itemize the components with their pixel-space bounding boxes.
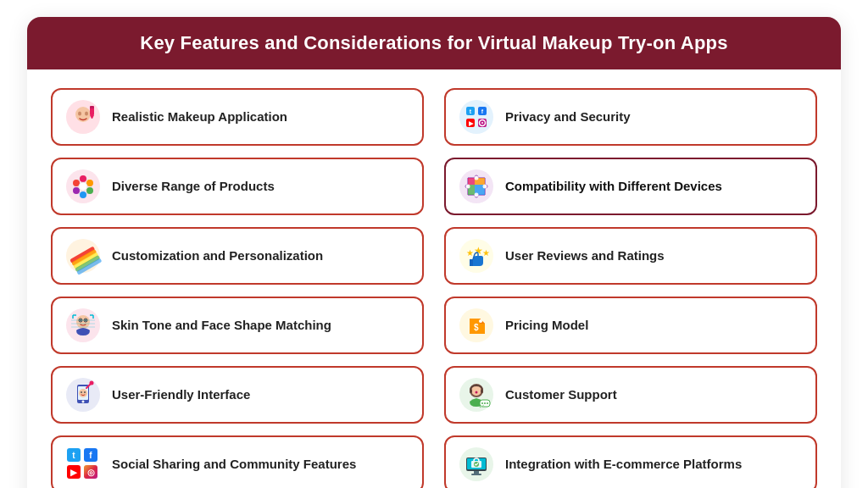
feature-realistic-makeup-label: Realistic Makeup Application [112, 108, 287, 125]
ecommerce-icon [458, 446, 495, 483]
phone-makeup-icon [64, 376, 102, 413]
svg-point-60 [90, 381, 94, 385]
feature-support-label: Customer Support [505, 386, 617, 403]
svg-point-25 [79, 182, 87, 191]
feature-diverse-range: Diverse Range of Products [51, 158, 424, 215]
twitter-icon: t [67, 448, 81, 462]
svg-point-62 [81, 391, 82, 393]
svg-point-44 [76, 315, 90, 329]
svg-point-7 [459, 100, 493, 134]
svg-point-58 [82, 401, 85, 403]
features-grid: Realistic Makeup Application t f ▶ [27, 69, 841, 488]
feature-pricing-label: Pricing Model [505, 317, 588, 334]
feature-ecommerce: Integration with E-commerce Platforms [444, 435, 817, 488]
svg-point-27 [475, 176, 479, 180]
page-wrapper: Key Features and Considerations for Virt… [17, 17, 851, 488]
svg-point-2 [78, 112, 81, 116]
makeup-icon [64, 98, 102, 136]
instagram-icon: ◎ [84, 465, 97, 479]
feature-diverse-label: Diverse Range of Products [112, 178, 275, 195]
svg-point-63 [84, 391, 86, 393]
feature-customization-label: Customization and Personalization [112, 247, 323, 264]
svg-point-24 [73, 180, 80, 186]
feature-social-sharing: t f ▶ ◎ Social Sharing and Community Fea… [51, 435, 424, 488]
feature-compatibility: Compatibility with Different Devices [444, 158, 817, 215]
svg-point-22 [80, 191, 86, 198]
svg-rect-5 [90, 106, 94, 108]
diverse-icon [64, 168, 102, 205]
svg-point-69 [476, 391, 478, 394]
svg-text:$: $ [474, 323, 479, 332]
svg-rect-67 [470, 389, 472, 393]
stars-icon: ★ ★ ★ [458, 237, 495, 274]
card-header: Key Features and Considerations for Virt… [27, 17, 841, 69]
svg-point-72 [484, 402, 486, 404]
feature-social-label: Social Sharing and Community Features [112, 456, 356, 473]
feature-support: Customer Support [444, 366, 817, 424]
feature-compatibility-label: Compatibility with Different Devices [505, 178, 722, 195]
svg-point-21 [86, 187, 93, 194]
feature-pricing: $ Pricing Model [444, 297, 817, 354]
facebook-icon: f [84, 448, 97, 462]
feature-user-friendly: User-Friendly Interface [51, 366, 424, 424]
svg-point-53 [479, 319, 482, 323]
feature-privacy-label: Privacy and Security [505, 108, 631, 125]
privacy-icon: t f ▶ [458, 98, 495, 136]
svg-point-20 [86, 180, 93, 186]
support-icon [458, 376, 495, 413]
svg-text:★: ★ [482, 248, 490, 258]
feature-reviews: ★ ★ ★ User Reviews and Ratings [444, 227, 817, 285]
svg-point-29 [475, 193, 479, 197]
svg-point-23 [73, 187, 80, 194]
feature-skin-tone-label: Skin Tone and Face Shape Matching [112, 317, 331, 334]
svg-point-16 [481, 122, 483, 124]
feature-reviews-label: User Reviews and Ratings [505, 247, 665, 264]
svg-point-30 [466, 185, 470, 189]
svg-text:★: ★ [466, 248, 474, 258]
feature-customization: Customization and Personalization [51, 227, 424, 285]
feature-ecommerce-label: Integration with E-commerce Platforms [505, 456, 742, 473]
svg-point-71 [481, 402, 483, 404]
feature-realistic-makeup: Realistic Makeup Application [51, 88, 424, 146]
main-card: Key Features and Considerations for Virt… [27, 17, 841, 488]
svg-point-73 [487, 402, 488, 404]
main-title: Key Features and Considerations for Virt… [47, 32, 821, 54]
svg-rect-68 [481, 389, 483, 393]
svg-point-19 [80, 175, 86, 182]
svg-point-28 [483, 185, 487, 189]
price-tag-icon: $ [458, 307, 495, 344]
devices-icon [458, 168, 495, 205]
svg-rect-79 [471, 474, 481, 475]
feature-skin-tone: Skin Tone and Face Shape Matching [51, 297, 424, 354]
feature-user-friendly-label: User-Friendly Interface [112, 386, 250, 403]
svg-rect-78 [474, 471, 479, 474]
svg-point-3 [85, 112, 88, 116]
feature-privacy: t f ▶ Privacy and Security [444, 88, 817, 146]
svg-point-61 [79, 389, 87, 397]
youtube-icon: ▶ [67, 465, 81, 479]
face-match-icon [64, 307, 102, 344]
rainbow-icon [64, 237, 102, 274]
social-icon: t f ▶ ◎ [64, 446, 102, 483]
